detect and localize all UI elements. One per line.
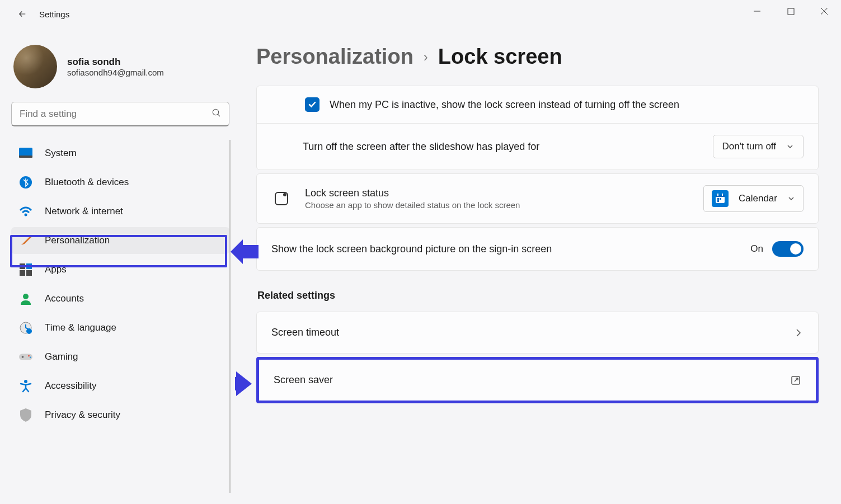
bluetooth-icon (19, 176, 32, 189)
checkmark-icon (308, 100, 317, 109)
svg-line-5 (218, 114, 220, 116)
paintbrush-icon (19, 234, 32, 247)
svg-point-20 (30, 357, 31, 359)
svg-rect-13 (26, 270, 32, 276)
sidebar-item-accessibility[interactable]: Accessibility (11, 373, 229, 399)
annotation-arrow-personalization (231, 239, 259, 264)
sidebar-item-label: System (45, 148, 77, 159)
inactive-lockscreen-checkbox[interactable] (305, 97, 320, 112)
svg-rect-10 (20, 263, 25, 269)
sidebar-item-label: Privacy & security (45, 409, 120, 421)
svg-rect-6 (19, 148, 32, 157)
open-external-icon (790, 375, 801, 386)
user-email: sofiasondh94@gmail.com (67, 68, 164, 77)
system-icon (19, 147, 32, 160)
minimize-button[interactable] (740, 0, 774, 22)
sidebar-item-label: Accessibility (45, 380, 97, 392)
chevron-down-icon (787, 195, 795, 202)
sidebar-item-label: Accounts (45, 293, 84, 304)
back-button[interactable] (11, 3, 34, 25)
clock-globe-icon (19, 321, 32, 335)
calendar-app-icon (712, 190, 729, 207)
sidebar-item-label: Apps (45, 264, 67, 275)
screen-saver-link[interactable]: Screen saver (259, 360, 816, 401)
sidebar-item-label: Bluetooth & devices (45, 177, 129, 188)
maximize-icon (787, 8, 795, 15)
svg-rect-30 (717, 200, 719, 202)
close-icon (820, 7, 828, 15)
sidebar-item-privacy[interactable]: Privacy & security (11, 402, 229, 428)
avatar (13, 45, 57, 88)
svg-rect-25 (716, 195, 725, 197)
search-input[interactable] (11, 102, 229, 126)
svg-point-18 (22, 356, 24, 358)
sidebar-item-time[interactable]: Time & language (11, 314, 229, 341)
chevron-right-icon (793, 328, 804, 338)
svg-rect-28 (717, 198, 719, 200)
shield-icon (19, 408, 32, 422)
arrow-left-icon (17, 9, 27, 19)
sidebar-item-system[interactable]: System (11, 140, 229, 167)
chevron-down-icon (786, 143, 794, 150)
svg-point-14 (23, 294, 29, 299)
gamepad-icon (19, 350, 32, 364)
sidebar-item-personalization[interactable]: Personalization (11, 227, 229, 254)
signin-bg-label: Show the lock screen background picture … (271, 243, 552, 255)
apps-icon (19, 263, 32, 276)
svg-point-16 (26, 328, 32, 334)
sidebar-item-gaming[interactable]: Gaming (11, 343, 229, 370)
sidebar-item-label: Personalization (45, 235, 110, 246)
svg-point-23 (283, 193, 286, 196)
svg-rect-12 (20, 270, 25, 276)
slideshow-turnoff-label: Turn off the screen after the slideshow … (303, 141, 539, 153)
page-title: Lock screen (438, 45, 562, 69)
lock-status-app-dropdown[interactable]: Calendar (703, 185, 804, 212)
sidebar-item-accounts[interactable]: Accounts (11, 285, 229, 312)
sidebar-item-label: Time & language (45, 322, 116, 333)
screen-timeout-link[interactable]: Screen timeout (256, 312, 819, 354)
maximize-button[interactable] (774, 0, 807, 22)
sidebar-item-bluetooth[interactable]: Bluetooth & devices (11, 169, 229, 196)
sidebar-item-label: Gaming (45, 351, 78, 362)
svg-point-4 (213, 109, 219, 115)
dropdown-value: Calendar (739, 193, 777, 204)
lock-status-icon (271, 189, 292, 209)
sidebar-item-apps[interactable]: Apps (11, 256, 229, 283)
person-icon (19, 292, 32, 305)
slideshow-turnoff-dropdown[interactable]: Don't turn off (713, 135, 804, 158)
sidebar-item-network[interactable]: Network & internet (11, 198, 229, 225)
svg-rect-1 (788, 8, 794, 15)
link-label: Screen timeout (271, 327, 339, 338)
wifi-icon (19, 205, 32, 218)
lock-status-title: Lock screen status (305, 187, 690, 199)
chevron-right-icon: › (424, 49, 428, 65)
user-name: sofia sondh (67, 56, 164, 68)
breadcrumb-parent[interactable]: Personalization (256, 45, 414, 69)
svg-rect-29 (720, 198, 721, 200)
annotation-highlight-screensaver: Screen saver (256, 357, 819, 403)
toggle-state-label: On (750, 243, 763, 255)
svg-point-9 (25, 214, 27, 216)
dropdown-value: Don't turn off (722, 141, 777, 152)
signin-bg-toggle[interactable] (772, 241, 804, 257)
minimize-icon (753, 7, 761, 15)
sidebar-item-label: Network & internet (45, 206, 123, 217)
window-title: Settings (39, 10, 69, 19)
accessibility-icon (19, 379, 32, 393)
svg-point-19 (28, 355, 30, 357)
svg-rect-7 (19, 156, 32, 158)
user-profile[interactable]: sofia sondh sofiasondh94@gmail.com (11, 39, 229, 102)
close-button[interactable] (807, 0, 841, 22)
inactive-lockscreen-label: When my PC is inactive, show the lock sc… (330, 99, 679, 111)
lock-status-subtitle: Choose an app to show detailed status on… (305, 200, 690, 210)
search-icon (212, 108, 222, 120)
svg-point-21 (24, 380, 27, 383)
link-label: Screen saver (274, 374, 333, 386)
related-settings-heading: Related settings (257, 290, 819, 302)
svg-rect-11 (26, 263, 32, 269)
annotation-arrow-screensaver (235, 371, 252, 396)
